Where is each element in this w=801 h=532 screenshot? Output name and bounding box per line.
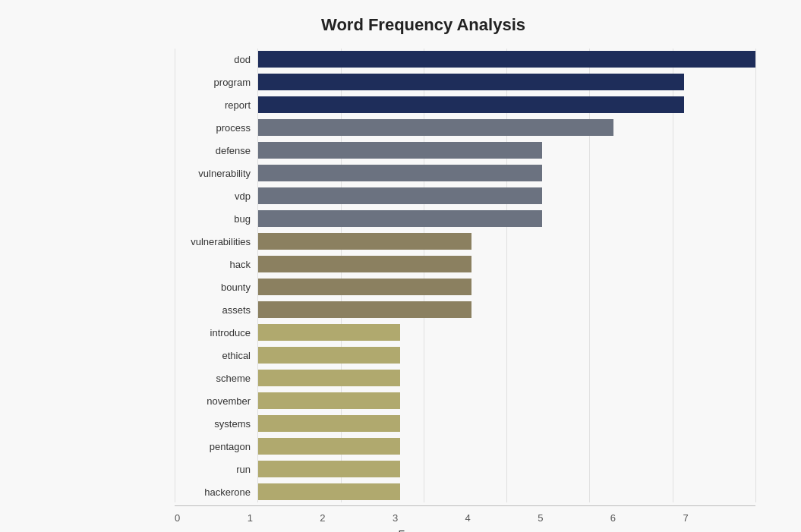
bar-track: [258, 301, 755, 318]
bar-row: vdp: [175, 185, 755, 206]
bar-fill: [258, 392, 400, 409]
bar-label: dod: [175, 54, 258, 65]
chart-container: Word Frequency Analysis dodprogramreport…: [0, 0, 801, 532]
bar-track: [258, 370, 755, 386]
bar-label: vdp: [175, 190, 258, 202]
x-tick: 0: [175, 512, 248, 524]
bar-fill: [258, 347, 400, 364]
bar-row: ethical: [175, 345, 755, 366]
bar-row: assets: [175, 299, 755, 320]
bar-label: report: [175, 99, 258, 111]
bar-fill: [258, 324, 400, 341]
bar-track: [258, 415, 755, 432]
bar-fill: [258, 415, 400, 432]
bar-row: process: [175, 117, 755, 138]
bar-track: [258, 233, 755, 250]
bar-label: pentagon: [175, 441, 258, 452]
x-tick: 7: [683, 512, 755, 524]
bar-row: november: [175, 390, 755, 411]
bar-label: introduce: [175, 327, 258, 338]
bar-fill: [258, 301, 471, 318]
bar-fill: [258, 96, 684, 113]
bar-label: bounty: [175, 282, 258, 293]
bar-row: program: [175, 71, 755, 93]
bar-label: hackerone: [175, 486, 258, 498]
bar-row: pentagon: [175, 436, 755, 457]
bar-track: [258, 279, 755, 295]
bar-fill: [258, 256, 471, 272]
bar-row: bug: [175, 208, 755, 229]
bar-track: [258, 256, 755, 272]
bar-track: [258, 96, 755, 113]
x-axis-label: Frequency: [91, 528, 755, 532]
bar-track: [258, 392, 755, 409]
bar-fill: [258, 438, 400, 455]
bar-track: [258, 347, 755, 364]
bar-fill: [258, 165, 542, 181]
bar-fill: [258, 461, 400, 477]
x-tick: 5: [538, 512, 610, 524]
bar-label: assets: [175, 304, 258, 316]
bar-label: run: [175, 464, 258, 475]
bar-row: defense: [175, 140, 755, 161]
bar-track: [258, 187, 755, 204]
bar-fill: [258, 142, 542, 159]
bar-row: introduce: [175, 322, 755, 343]
bar-label: program: [175, 77, 258, 88]
bar-fill: [258, 74, 684, 90]
bar-row: bounty: [175, 276, 755, 297]
bar-label: defense: [175, 145, 258, 156]
bar-track: [258, 483, 755, 500]
bar-track: [258, 142, 755, 159]
bar-row: systems: [175, 413, 755, 434]
bar-row: hackerone: [175, 481, 755, 502]
bar-track: [258, 119, 755, 136]
bar-track: [258, 324, 755, 341]
bar-fill: [258, 51, 755, 68]
bar-row: scheme: [175, 367, 755, 389]
bar-label: hack: [175, 259, 258, 270]
bar-fill: [258, 279, 471, 295]
x-tick: 3: [393, 512, 465, 524]
bar-row: dod: [175, 49, 755, 70]
bar-track: [258, 438, 755, 455]
bar-label: november: [175, 395, 258, 407]
bar-label: vulnerability: [175, 168, 258, 179]
chart-title: Word Frequency Analysis: [91, 15, 755, 35]
bar-label: ethical: [175, 350, 258, 361]
bar-row: vulnerabilities: [175, 231, 755, 252]
bar-track: [258, 461, 755, 477]
bar-label: scheme: [175, 373, 258, 384]
bar-fill: [258, 187, 542, 204]
bar-label: vulnerabilities: [175, 236, 258, 247]
bar-fill: [258, 233, 471, 250]
bar-row: report: [175, 94, 755, 115]
bar-row: run: [175, 458, 755, 480]
x-tick: 6: [610, 512, 683, 524]
x-tick: 2: [320, 512, 393, 524]
bar-label: process: [175, 122, 258, 134]
bar-fill: [258, 210, 542, 227]
x-tick: 4: [465, 512, 538, 524]
bar-fill: [258, 370, 400, 386]
bar-label: bug: [175, 213, 258, 225]
bar-row: vulnerability: [175, 162, 755, 184]
bar-track: [258, 74, 755, 90]
bar-track: [258, 51, 755, 68]
bar-row: hack: [175, 253, 755, 275]
x-tick: 1: [248, 512, 320, 524]
bar-label: systems: [175, 418, 258, 430]
bar-fill: [258, 119, 613, 136]
bar-track: [258, 165, 755, 181]
bar-fill: [258, 483, 400, 500]
bar-track: [258, 210, 755, 227]
